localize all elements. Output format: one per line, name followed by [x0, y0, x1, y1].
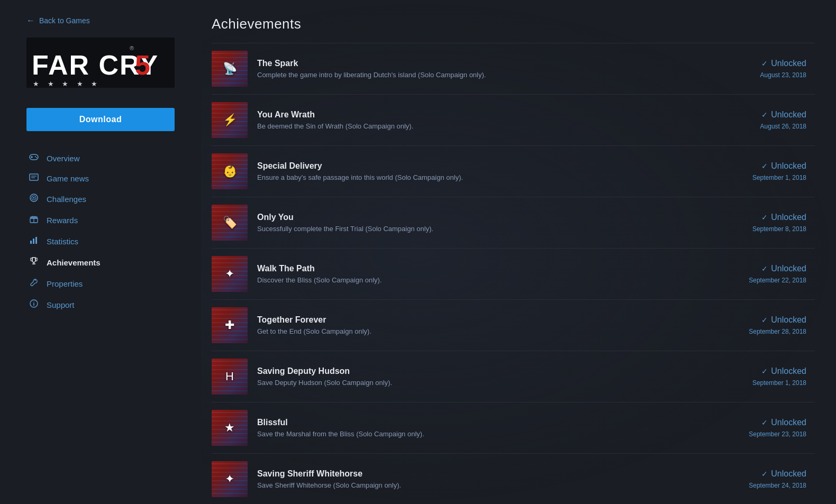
sidebar-item-properties-label: Properties: [47, 279, 83, 288]
achievement-list: 📡The SparkComplete the game intro by lib…: [212, 43, 815, 504]
achievement-icon: ✦: [212, 256, 248, 292]
status-text: Unlocked: [771, 315, 806, 325]
achievement-info: Together ForeverGet to the End (Solo Cam…: [257, 315, 722, 335]
sidebar-item-game-news-label: Game news: [47, 174, 89, 183]
achievement-icon-inner: 📡: [212, 51, 248, 87]
achievement-description: Save Sheriff Whitehorse (Solo Campaign o…: [257, 481, 722, 489]
unlocked-label: ✓Unlocked: [722, 315, 806, 325]
achievement-status: ✓UnlockedSeptember 23, 2018: [722, 418, 806, 438]
achievement-icon: ✦: [212, 461, 248, 497]
achievement-row: ★BlissfulSave the Marshal from the Bliss…: [212, 402, 815, 453]
unlocked-label: ✓Unlocked: [722, 366, 806, 376]
bar-chart-icon: [29, 236, 39, 246]
game-logo-container: FAR CRY 5 ★ ★ ★ ★ ★ ®: [26, 40, 185, 93]
sidebar-item-support-label: Support: [47, 300, 75, 309]
achievement-info: Saving Sheriff WhitehorseSave Sheriff Wh…: [257, 469, 722, 489]
achievement-icon: 🏷️: [212, 205, 248, 241]
checkmark-icon: ✓: [761, 418, 768, 427]
checkmark-icon: ✓: [761, 316, 768, 324]
achievement-name: Together Forever: [257, 315, 722, 325]
achievement-symbol: H: [225, 370, 234, 383]
achievement-icon-inner: 👶: [212, 153, 248, 189]
status-text: Unlocked: [771, 213, 806, 222]
checkmark-icon: ✓: [761, 264, 768, 273]
achievement-symbol: ★: [224, 421, 235, 435]
checkmark-icon: ✓: [761, 367, 768, 375]
achievement-description: Be deemed the Sin of Wrath (Solo Campaig…: [257, 122, 722, 130]
achievement-status: ✓UnlockedSeptember 8, 2018: [722, 213, 806, 233]
unlock-date: August 26, 2018: [722, 123, 806, 130]
status-text: Unlocked: [771, 366, 806, 376]
sidebar-item-challenges-label: Challenges: [47, 195, 86, 204]
svg-point-9: [36, 157, 37, 158]
gamepad-icon: [29, 153, 39, 163]
page-title: Achievements: [212, 16, 815, 32]
sidebar-item-statistics[interactable]: Statistics: [26, 231, 185, 252]
achievement-row: 🏷️Only YouSucessfully complete the First…: [212, 197, 815, 248]
target-icon: [29, 194, 39, 204]
achievement-symbol: 📡: [223, 62, 237, 76]
achievement-icon-inner: ✦: [212, 461, 248, 497]
svg-point-8: [35, 156, 36, 157]
trophy-icon: [29, 257, 39, 268]
achievement-info: Only YouSucessfully complete the First T…: [257, 213, 722, 233]
checkmark-icon: ✓: [761, 162, 768, 170]
back-to-games-link[interactable]: ← Back to Games: [26, 16, 185, 25]
unlock-date: August 23, 2018: [722, 71, 806, 79]
unlocked-label: ✓Unlocked: [722, 418, 806, 427]
achievement-row: HSaving Deputy HudsonSave Deputy Hudson …: [212, 351, 815, 402]
unlock-date: September 23, 2018: [722, 430, 806, 438]
achievement-icon: ✚: [212, 307, 248, 343]
achievement-status: ✓UnlockedAugust 23, 2018: [722, 59, 806, 79]
sidebar-item-game-news[interactable]: Game news: [26, 168, 185, 188]
achievement-name: You Are Wrath: [257, 110, 722, 120]
achievement-row: ⚡You Are WrathBe deemed the Sin of Wrath…: [212, 94, 815, 145]
checkmark-icon: ✓: [761, 470, 768, 478]
unlock-date: September 1, 2018: [722, 174, 806, 181]
achievement-icon-inner: 🏷️: [212, 205, 248, 241]
achievement-description: Sucessfully complete the First Trial (So…: [257, 225, 722, 233]
svg-point-24: [35, 280, 36, 281]
sidebar-item-rewards-label: Rewards: [47, 216, 78, 225]
achievement-description: Save the Marshal from the Bliss (Solo Ca…: [257, 430, 722, 438]
achievement-row: ✚Together ForeverGet to the End (Solo Ca…: [212, 299, 815, 351]
svg-point-15: [33, 197, 35, 199]
achievement-status: ✓UnlockedSeptember 28, 2018: [722, 315, 806, 335]
sidebar-item-achievements[interactable]: Achievements: [26, 252, 185, 273]
gift-icon: [29, 215, 39, 225]
achievement-description: Discover the Bliss (Solo Campaign only).: [257, 276, 722, 284]
sidebar-item-challenges[interactable]: Challenges: [26, 188, 185, 209]
svg-rect-10: [30, 174, 38, 180]
download-button[interactable]: Download: [26, 108, 175, 131]
sidebar-item-overview-label: Overview: [47, 154, 80, 163]
achievement-description: Complete the game intro by liberating Du…: [257, 71, 722, 79]
achievement-name: Saving Deputy Hudson: [257, 366, 722, 376]
sidebar-item-support[interactable]: Support: [26, 294, 185, 315]
news-icon: [29, 173, 39, 183]
achievement-symbol: 🏷️: [223, 216, 237, 230]
achievement-icon-inner: ✚: [212, 307, 248, 343]
achievement-symbol: 👶: [223, 164, 237, 178]
achievement-row: ✦Walk The PathDiscover the Bliss (Solo C…: [212, 248, 815, 299]
svg-point-27: [33, 301, 34, 303]
achievement-icon: ★: [212, 410, 248, 446]
farcry5-logo-svg: FAR CRY 5 ★ ★ ★ ★ ★ ®: [26, 38, 175, 96]
info-icon: [29, 299, 39, 310]
nav-menu: Overview Game news: [26, 148, 185, 315]
achievement-name: Blissful: [257, 418, 722, 427]
achievement-info: Special DeliveryEnsure a baby's safe pas…: [257, 161, 722, 181]
achievement-icon-inner: ✦: [212, 256, 248, 292]
achievement-info: The SparkComplete the game intro by libe…: [257, 59, 722, 79]
checkmark-icon: ✓: [761, 111, 768, 119]
achievement-icon: 📡: [212, 51, 248, 87]
achievement-description: Ensure a baby's safe passage into this w…: [257, 173, 722, 181]
sidebar-item-overview[interactable]: Overview: [26, 148, 185, 168]
unlocked-label: ✓Unlocked: [722, 161, 806, 171]
achievement-icon: 👶: [212, 153, 248, 189]
achievement-status: ✓UnlockedAugust 26, 2018: [722, 110, 806, 130]
unlocked-label: ✓Unlocked: [722, 264, 806, 273]
sidebar: ← Back to Games FAR CRY 5 ★ ★ ★ ★ ★ ®: [0, 0, 201, 504]
sidebar-item-properties[interactable]: Properties: [26, 273, 185, 294]
sidebar-item-rewards[interactable]: Rewards: [26, 209, 185, 231]
achievement-icon: H: [212, 359, 248, 395]
